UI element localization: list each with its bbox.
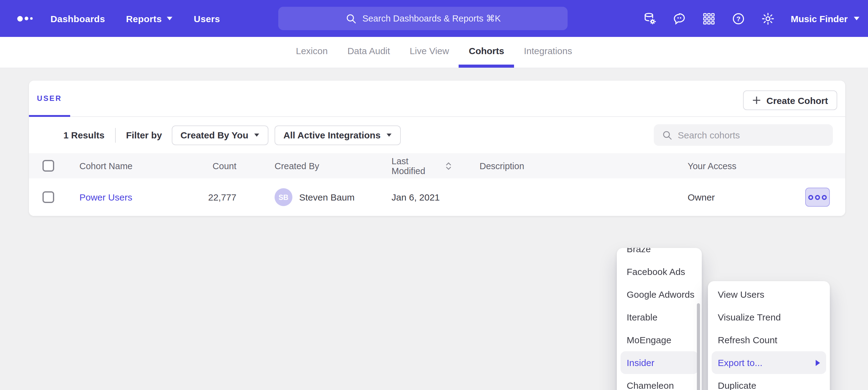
app-window: Dashboards Reports Users Search Dashboar… <box>0 0 868 390</box>
row-checkbox[interactable] <box>42 191 54 203</box>
filter-toolbar: 1 Results Filter by Created By You All A… <box>29 117 845 153</box>
last-modified-label: Last Modified <box>392 156 441 175</box>
nav-dashboards-label: Dashboards <box>51 13 105 24</box>
dot-icon <box>815 195 820 200</box>
filter-integrations-dropdown[interactable]: All Active Integrations <box>275 125 401 145</box>
chevron-down-icon <box>853 16 860 21</box>
menu-item-visualize-trend[interactable]: Visualize Trend <box>708 306 830 328</box>
feedback-chat-icon[interactable] <box>673 11 687 26</box>
search-icon <box>662 130 672 140</box>
cohort-type-tab-user[interactable]: USER <box>29 80 70 116</box>
created-by-cell: SB Steven Baum <box>247 188 364 206</box>
filter-created-by-dropdown[interactable]: Created By You <box>172 125 269 145</box>
tab-cohorts[interactable]: Cohorts <box>459 37 514 68</box>
export-to-label: Export to... <box>718 357 763 368</box>
cohort-search-box <box>654 124 833 146</box>
cohorts-page: USER Create Cohort 1 Results Filter by C… <box>0 68 868 390</box>
last-modified-value: Jan 6, 2021 <box>364 192 452 202</box>
dot-icon <box>808 195 813 200</box>
menu-item-insider[interactable]: Insider <box>621 351 698 374</box>
menu-item-iterable[interactable]: Iterable <box>617 306 702 328</box>
select-all-checkbox[interactable] <box>42 160 54 172</box>
cohort-search-input[interactable] <box>678 130 819 140</box>
account-switcher[interactable]: Music Finder <box>791 13 860 24</box>
menu-scrollbar-thumb[interactable] <box>697 303 700 390</box>
tab-label: Live View <box>410 45 449 56</box>
table-header-row: Cohort Name Count Created By Last Modifi… <box>29 153 845 178</box>
help-icon[interactable]: ? <box>732 11 746 26</box>
menu-item-export-to[interactable]: Export to... <box>712 351 826 374</box>
row-more-options-button[interactable] <box>805 188 830 207</box>
submenu-arrow-icon <box>816 360 820 366</box>
cohort-name-link[interactable]: Power Users <box>80 192 132 202</box>
settings-gear-icon[interactable] <box>761 11 775 26</box>
filter-integrations-value: All Active Integrations <box>283 130 381 140</box>
your-access-value: Owner <box>660 192 795 202</box>
section-tabs: Lexicon Data Audit Live View Cohorts Int… <box>0 37 868 68</box>
global-search-placeholder: Search Dashboards & Reports ⌘K <box>362 13 501 23</box>
dot-icon <box>822 195 827 200</box>
menu-item-braze[interactable]: Braze <box>617 248 702 260</box>
user-tab-label: USER <box>37 94 62 103</box>
col-header-created-by: Created By <box>247 161 364 171</box>
active-tab-underline <box>29 115 70 117</box>
cohort-count: 22,777 <box>194 192 247 202</box>
filter-created-by-value: Created By You <box>180 130 248 140</box>
menu-item-duplicate[interactable]: Duplicate <box>708 374 830 390</box>
nav-users-label: Users <box>194 13 220 24</box>
row-actions-list: View Users Visualize Trend Refresh Count… <box>708 283 830 390</box>
tab-label: Data Audit <box>347 45 390 56</box>
primary-nav: Dashboards Reports Users <box>51 13 220 24</box>
nav-reports-label: Reports <box>126 13 162 24</box>
tab-live-view[interactable]: Live View <box>400 37 459 68</box>
mixpanel-logo-icon[interactable] <box>17 16 36 21</box>
table-row: Power Users 22,777 SB Steven Baum Jan 6,… <box>29 178 845 216</box>
cohort-type-row: USER Create Cohort <box>29 80 845 117</box>
menu-item-refresh-count[interactable]: Refresh Count <box>708 328 830 351</box>
sort-icon <box>445 161 452 170</box>
menu-item-moengage[interactable]: MoEngage <box>617 328 702 351</box>
top-navbar: Dashboards Reports Users Search Dashboar… <box>0 0 868 37</box>
cohorts-card: USER Create Cohort 1 Results Filter by C… <box>29 80 845 216</box>
col-header-count: Count <box>194 161 247 171</box>
global-search-input[interactable]: Search Dashboards & Reports ⌘K <box>278 7 567 30</box>
menu-item-google-adwords[interactable]: Google Adwords <box>617 283 702 306</box>
search-icon <box>345 13 356 24</box>
data-management-icon[interactable] <box>643 11 657 26</box>
col-header-description: Description <box>452 161 660 171</box>
created-by-name: Steven Baum <box>299 192 354 202</box>
tab-label: Lexicon <box>296 45 328 56</box>
menu-item-view-users[interactable]: View Users <box>708 283 830 306</box>
tab-lexicon[interactable]: Lexicon <box>286 37 337 68</box>
avatar: SB <box>275 188 292 206</box>
col-header-cohort-name: Cohort Name <box>61 161 194 171</box>
account-name: Music Finder <box>791 13 848 24</box>
svg-text:?: ? <box>737 15 741 23</box>
export-integrations-menu: Braze Facebook Ads Google Adwords Iterab… <box>617 248 702 390</box>
divider <box>115 128 116 142</box>
chevron-down-icon <box>386 133 392 137</box>
col-header-last-modified[interactable]: Last Modified <box>392 156 452 175</box>
filter-by-label: Filter by <box>126 130 162 140</box>
row-actions-menu: View Users Visualize Trend Refresh Count… <box>708 281 830 390</box>
chevron-down-icon <box>254 133 260 137</box>
plus-icon <box>752 96 761 105</box>
navbar-right-group: ? Music Finder <box>643 0 860 37</box>
apps-grid-icon[interactable] <box>702 11 716 26</box>
col-header-your-access: Your Access <box>660 161 795 171</box>
tab-integrations[interactable]: Integrations <box>514 37 582 68</box>
tab-data-audit[interactable]: Data Audit <box>338 37 400 68</box>
create-cohort-button[interactable]: Create Cohort <box>743 90 837 110</box>
nav-reports[interactable]: Reports <box>126 13 173 24</box>
create-cohort-label: Create Cohort <box>767 95 828 105</box>
results-count: 1 Results <box>63 130 104 140</box>
export-integrations-list: Braze Facebook Ads Google Adwords Iterab… <box>617 248 702 390</box>
nav-dashboards[interactable]: Dashboards <box>51 13 105 24</box>
nav-users[interactable]: Users <box>194 13 220 24</box>
menu-item-facebook-ads[interactable]: Facebook Ads <box>617 260 702 283</box>
menu-item-chameleon[interactable]: Chameleon <box>617 374 702 390</box>
tab-label: Integrations <box>524 45 572 56</box>
chevron-down-icon <box>166 16 173 21</box>
tab-label: Cohorts <box>469 45 504 56</box>
